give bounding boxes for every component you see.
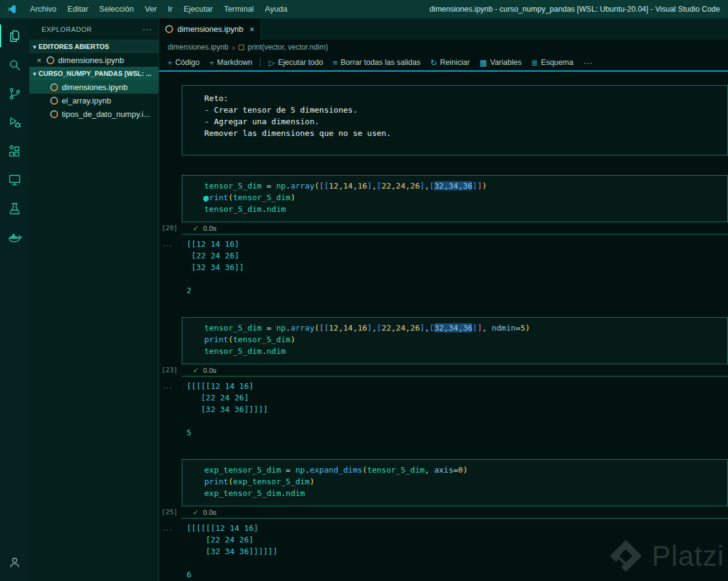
notebook-cells: Reto:- Crear tensor de 5 dimensiones.- A… bbox=[182, 85, 728, 581]
menu-item-terminal[interactable]: Terminal bbox=[218, 0, 259, 18]
menu-item-archivo[interactable]: Archivo bbox=[24, 0, 62, 18]
vscode-logo-icon bbox=[6, 2, 20, 16]
code-cell[interactable]: tensor_5_dim = np.array([[12,14,16],[22,… bbox=[182, 317, 728, 377]
markdown-cell[interactable]: Reto:- Crear tensor de 5 dimensiones.- A… bbox=[182, 85, 728, 156]
file-name: dimensiones.ipynb bbox=[58, 56, 124, 65]
execution-count: [23] bbox=[162, 366, 178, 374]
menu-item-ir[interactable]: Ir bbox=[162, 0, 178, 18]
folder-label: CURSO_NUMPY_PANDAS [WSL: ... bbox=[39, 70, 151, 77]
clear-outputs-icon: ≡ bbox=[333, 58, 338, 67]
execution-count: [25] bbox=[162, 508, 178, 516]
toolbar-outline-button[interactable]: ≣Esquema bbox=[526, 58, 578, 67]
jupyter-file-icon bbox=[50, 110, 58, 118]
menu-item-editar[interactable]: Editar bbox=[62, 0, 94, 18]
open-editor-item[interactable]: ×dimensiones.ipynb bbox=[29, 53, 158, 67]
toolbar-restart-button[interactable]: ↻Reiniciar bbox=[425, 58, 475, 67]
menu-item-ejecutar[interactable]: Ejecutar bbox=[178, 0, 218, 18]
menu-item-ver[interactable]: Ver bbox=[139, 0, 163, 18]
markdown-line: Remover las dimensiones que no se usen. bbox=[204, 129, 722, 140]
activity-bar-bottom bbox=[0, 547, 29, 581]
activity-bar-top bbox=[0, 18, 29, 252]
toolbar-label: Reiniciar bbox=[440, 58, 470, 67]
output-line: [22 24 26] bbox=[187, 393, 728, 405]
output-line bbox=[187, 274, 728, 286]
toolbar-clear-outputs-button[interactable]: ≡Borrar todas las salidas bbox=[328, 58, 425, 67]
close-icon[interactable]: × bbox=[34, 56, 44, 65]
activity-account-icon[interactable] bbox=[0, 547, 29, 576]
output-line bbox=[187, 416, 728, 428]
jupyter-file-icon bbox=[50, 83, 58, 91]
execution-time: 0.0s bbox=[203, 367, 217, 374]
code-cell[interactable]: tensor_5_dim = np.array([[12,14,16],[22,… bbox=[182, 175, 728, 234]
toolbar-more-icon[interactable]: ··· bbox=[583, 58, 593, 67]
cell-output[interactable]: ···[[[[[[12 14 16] [22 24 26] [32 34 36]… bbox=[182, 523, 728, 581]
toolbar-variables-button[interactable]: ▦Variables bbox=[475, 58, 526, 67]
menu-bar: ArchivoEditarSelecciónVerIrEjecutarTermi… bbox=[24, 0, 293, 18]
menu-item-ayuda[interactable]: Ayuda bbox=[259, 0, 293, 18]
code-line: tensor_5_dim = np.array([[12,14,16],[22,… bbox=[204, 181, 722, 193]
tab-dimensiones[interactable]: dimensiones.ipynb × bbox=[159, 18, 261, 40]
code-line: print(exp_tensor_5_dim) bbox=[204, 477, 722, 489]
file-name: dimensiones.ipynb bbox=[62, 83, 128, 92]
output-line: [32 34 36]]]]]] bbox=[187, 547, 728, 558]
activity-extensions-icon[interactable] bbox=[0, 137, 29, 165]
code-cell[interactable]: exp_tensor_5_dim = np.expand_dims(tensor… bbox=[182, 459, 728, 519]
toolbar-add-markdown-button[interactable]: +Markdown bbox=[204, 58, 257, 67]
output-actions-icon[interactable]: ··· bbox=[163, 241, 173, 250]
symbol-icon bbox=[239, 45, 244, 50]
cell-output[interactable]: ···[[[[[12 14 16] [22 24 26] [32 34 36]]… bbox=[182, 381, 728, 440]
output-actions-icon[interactable]: ··· bbox=[163, 383, 173, 392]
tab-bar: dimensiones.ipynb × bbox=[159, 18, 728, 40]
activity-explorer-icon[interactable] bbox=[0, 21, 29, 50]
success-check-icon: ✓ bbox=[193, 366, 199, 375]
cell-output[interactable]: ···[[12 14 16] [22 24 26] [32 34 36]]2 bbox=[182, 239, 728, 298]
vscode-window: { "glyphs": { "chevron_down": "▾", "clos… bbox=[0, 0, 728, 581]
output-actions-icon[interactable]: ··· bbox=[163, 525, 173, 534]
folder-section-header[interactable]: ▾ CURSO_NUMPY_PANDAS [WSL: ... bbox=[29, 67, 158, 80]
open-editors-section-header[interactable]: ▾ EDITORES ABIERTOS bbox=[29, 40, 158, 53]
activity-docker-icon[interactable] bbox=[0, 223, 29, 252]
restart-icon: ↻ bbox=[430, 58, 437, 67]
activity-testing-icon[interactable] bbox=[0, 194, 29, 223]
code-line: exp_tensor_5_dim.ndim bbox=[204, 489, 722, 500]
breadcrumb-separator-icon: › bbox=[232, 43, 234, 52]
activity-source-control-icon[interactable] bbox=[0, 79, 29, 108]
output-line: [22 24 26] bbox=[187, 535, 728, 547]
notebook-editor: Platzi Reto:- Crear tensor de 5 dimensio… bbox=[159, 73, 728, 581]
execution-time: 0.0s bbox=[203, 509, 217, 516]
breadcrumb-file[interactable]: dimensiones.ipynb bbox=[168, 43, 228, 51]
notebook-toolbar-items: +Código+Markdown▷Ejecutar todo≡Borrar to… bbox=[163, 58, 578, 67]
menu-item-selección[interactable]: Selección bbox=[94, 0, 139, 18]
toolbar-add-code-button[interactable]: +Código bbox=[163, 58, 204, 67]
toolbar-label: Variables bbox=[490, 58, 521, 67]
code-line: tensor_5_dim = np.array([[12,14,16],[22,… bbox=[204, 323, 722, 335]
activity-remote-explorer-icon[interactable] bbox=[0, 165, 29, 194]
activity-search-icon[interactable] bbox=[0, 50, 29, 79]
jupyter-file-icon bbox=[46, 56, 54, 64]
run-all-icon: ▷ bbox=[269, 58, 275, 67]
code-line: tensor_5_dim.ndim bbox=[204, 204, 722, 216]
add-code-icon: + bbox=[168, 58, 173, 67]
output-line: [[[[[[12 14 16] bbox=[187, 523, 728, 535]
file-item[interactable]: tipos_de_dato_numpy.i... bbox=[29, 107, 158, 121]
code-input[interactable]: tensor_5_dim = np.array([[12,14,16],[22,… bbox=[182, 175, 728, 222]
code-input[interactable]: exp_tensor_5_dim = np.expand_dims(tensor… bbox=[182, 459, 728, 506]
jupyter-file-icon bbox=[165, 25, 173, 33]
cell-status-bar: [25]✓0.0s bbox=[182, 506, 728, 518]
output-line: 6 bbox=[187, 570, 728, 581]
code-input[interactable]: tensor_5_dim = np.array([[12,14,16],[22,… bbox=[182, 317, 728, 364]
chevron-down-icon: ▾ bbox=[33, 70, 36, 77]
open-editors-list: ×dimensiones.ipynb bbox=[29, 53, 158, 67]
success-check-icon: ✓ bbox=[193, 508, 199, 517]
close-icon[interactable]: × bbox=[250, 24, 254, 34]
toolbar-run-all-button[interactable]: ▷Ejecutar todo bbox=[264, 58, 328, 67]
file-item[interactable]: dimensiones.ipynb bbox=[29, 80, 158, 94]
file-name: el_array.ipynb bbox=[62, 96, 111, 105]
sidebar-more-actions-icon[interactable]: ··· bbox=[143, 24, 152, 34]
activity-run-debug-icon[interactable] bbox=[0, 108, 29, 137]
markdown-line: Reto: bbox=[204, 94, 722, 105]
file-item[interactable]: el_array.ipynb bbox=[29, 94, 158, 107]
output-line: [32 34 36]]]]] bbox=[187, 405, 728, 416]
breadcrumb-symbol[interactable]: print(vector, vector.ndim) bbox=[248, 43, 328, 51]
execution-time: 0.0s bbox=[203, 225, 217, 232]
